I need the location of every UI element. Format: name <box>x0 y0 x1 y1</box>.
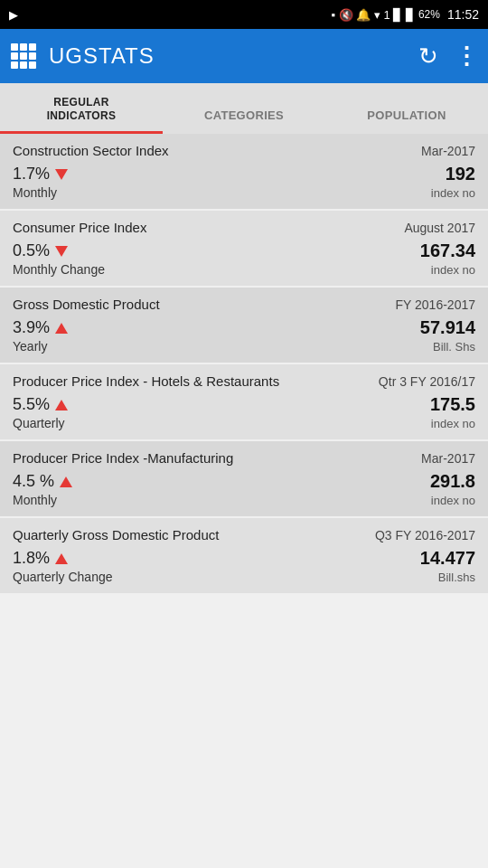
time-display: 11:52 <box>447 7 479 22</box>
indicator-change: 4.5 % <box>13 472 54 491</box>
indicator-date: Mar-2017 <box>421 451 475 466</box>
indicator-value: 291.8 <box>430 471 475 492</box>
indicator-value: 57.914 <box>420 317 475 338</box>
indicator-value: 167.34 <box>420 241 475 261</box>
indicator-value: 14.477 <box>420 548 475 569</box>
grid-menu-icon[interactable] <box>11 43 36 69</box>
indicator-unit: Bill. Shs <box>420 340 475 354</box>
indicator-unit: index no <box>431 186 475 200</box>
indicator-period: Monthly Change <box>13 262 105 277</box>
list-item[interactable]: Gross Domestic Product FY 2016-2017 3.9%… <box>0 288 488 363</box>
arrow-up-icon <box>55 553 68 564</box>
indicator-value: 175.5 <box>430 394 475 415</box>
indicator-name: Quarterly Gross Domestic Product <box>13 527 219 542</box>
list-item[interactable]: Quarterly Gross Domestic Product Q3 FY 2… <box>0 518 488 593</box>
indicator-unit: Bill.shs <box>420 571 475 584</box>
header-left: UGSTATS <box>11 43 155 69</box>
indicator-change: 0.5% <box>13 241 50 260</box>
list-item[interactable]: Producer Price Index - Hotels & Restaura… <box>0 364 488 439</box>
indicator-date: August 2017 <box>404 221 475 235</box>
tab-regular-indicators[interactable]: REGULARINDICATORS <box>0 96 163 134</box>
indicator-period: Quarterly <box>13 416 68 430</box>
indicator-unit: index no <box>420 263 475 277</box>
arrow-up-icon <box>55 323 68 334</box>
indicator-period: Yearly <box>13 339 68 354</box>
arrow-down-icon <box>55 246 68 257</box>
indicator-name: Consumer Price Index <box>13 220 146 235</box>
indicator-change: 5.5% <box>13 395 50 414</box>
arrow-up-icon <box>55 400 68 410</box>
status-left: ▶ <box>9 8 18 22</box>
indicator-list: Construction Sector Index Mar-2017 1.7% … <box>0 134 488 593</box>
arrow-down-icon <box>55 169 68 180</box>
refresh-icon[interactable]: ↻ <box>418 44 438 68</box>
list-item[interactable]: Consumer Price Index August 2017 0.5% Mo… <box>0 211 488 286</box>
indicator-unit: index no <box>430 494 475 507</box>
list-item[interactable]: Producer Price Index -Manufacturing Mar-… <box>0 441 488 516</box>
indicator-change: 1.7% <box>13 165 50 184</box>
tab-bar: REGULARINDICATORS CATEGORIES POPULATION <box>0 83 488 134</box>
indicator-name: Producer Price Index -Manufacturing <box>13 450 233 466</box>
indicator-unit: index no <box>430 417 475 430</box>
indicator-date: FY 2016-2017 <box>396 297 475 312</box>
tab-population[interactable]: POPULATION <box>325 108 488 134</box>
status-bar: ▶ ▪ 🔇 🔔 ▾ 1 ▊ ▊ 62% 11:52 <box>0 0 488 29</box>
tab-categories[interactable]: CATEGORIES <box>163 108 325 134</box>
indicator-change: 1.8% <box>13 549 50 568</box>
more-options-icon[interactable]: ⋮ <box>455 44 477 68</box>
signal-icons: ▪ 🔇 🔔 ▾ 1 ▊ ▊ <box>331 8 415 22</box>
youtube-icon: ▶ <box>9 8 18 22</box>
indicator-date: Q3 FY 2016-2017 <box>375 528 475 542</box>
list-item[interactable]: Construction Sector Index Mar-2017 1.7% … <box>0 134 488 209</box>
indicator-name: Construction Sector Index <box>13 143 169 158</box>
status-right: ▪ 🔇 🔔 ▾ 1 ▊ ▊ 62% 11:52 <box>331 7 479 22</box>
indicator-name: Gross Domestic Product <box>13 297 160 312</box>
indicator-period: Monthly <box>13 185 68 200</box>
indicator-value: 192 <box>431 164 475 184</box>
app-header: UGSTATS ↻ ⋮ <box>0 29 488 83</box>
arrow-up-icon <box>60 476 72 487</box>
indicator-period: Quarterly Change <box>13 570 113 584</box>
header-right: ↻ ⋮ <box>418 44 477 68</box>
battery-pct: 62% <box>418 8 440 21</box>
app-title: UGSTATS <box>49 43 155 69</box>
indicator-date: Qtr 3 FY 2016/17 <box>379 374 475 389</box>
indicator-change: 3.9% <box>13 318 50 337</box>
indicator-period: Monthly <box>13 493 72 507</box>
indicator-name: Producer Price Index - Hotels & Restaura… <box>13 373 279 389</box>
indicator-date: Mar-2017 <box>421 144 475 158</box>
